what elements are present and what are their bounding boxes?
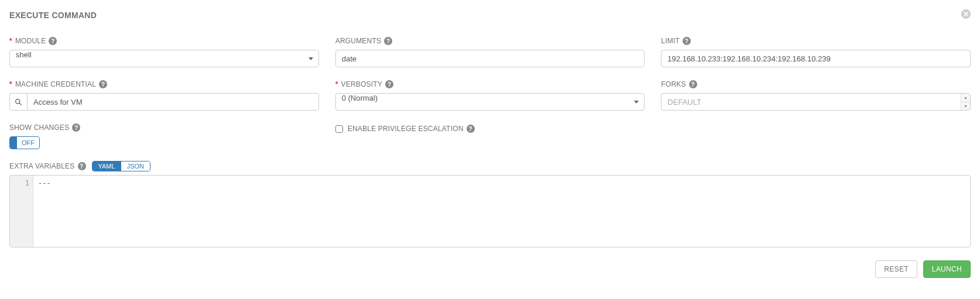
- spinner-up[interactable]: ▲: [961, 94, 970, 102]
- module-label: * MODULE ?: [9, 37, 319, 45]
- module-select[interactable]: shell: [9, 50, 319, 67]
- search-icon: [15, 98, 22, 106]
- help-icon[interactable]: ?: [683, 37, 691, 45]
- format-yaml[interactable]: YAML: [92, 161, 121, 171]
- forks-input[interactable]: [661, 93, 971, 111]
- format-json[interactable]: JSON: [121, 161, 150, 171]
- toggle-label: OFF: [17, 139, 39, 146]
- reset-button[interactable]: RESET: [875, 260, 917, 278]
- show-changes-label: SHOW CHANGES ?: [9, 123, 319, 132]
- privilege-escalation-checkbox[interactable]: [335, 125, 343, 133]
- show-changes-toggle[interactable]: OFF: [9, 136, 40, 149]
- help-icon[interactable]: ?: [99, 80, 107, 88]
- limit-label: LIMIT ?: [661, 37, 971, 45]
- spinner-down[interactable]: ▼: [961, 102, 970, 111]
- extra-variables-label: EXTRA VARIABLES ?: [9, 162, 86, 170]
- forks-label: FORKS ?: [661, 80, 971, 88]
- help-icon[interactable]: ?: [384, 37, 392, 45]
- editor-content[interactable]: ---: [33, 176, 970, 247]
- editor-gutter: 1: [10, 176, 33, 247]
- required-asterisk: *: [9, 37, 12, 45]
- svg-line-2: [19, 103, 21, 105]
- limit-input[interactable]: [661, 50, 971, 67]
- help-icon[interactable]: ?: [689, 80, 697, 88]
- help-icon[interactable]: ?: [385, 80, 393, 88]
- arguments-input[interactable]: [335, 50, 645, 67]
- help-icon[interactable]: ?: [467, 125, 475, 133]
- launch-button[interactable]: LAUNCH: [923, 260, 971, 278]
- privilege-escalation-label: ENABLE PRIVILEGE ESCALATION ?: [348, 125, 475, 133]
- help-icon[interactable]: ?: [78, 162, 86, 170]
- arguments-label: ARGUMENTS ?: [335, 37, 645, 45]
- verbosity-label: * VERBOSITY ?: [335, 80, 645, 88]
- close-icon[interactable]: [961, 9, 971, 20]
- machine-credential-input[interactable]: [27, 93, 319, 111]
- help-icon[interactable]: ?: [49, 37, 57, 45]
- machine-credential-label: * MACHINE CREDENTIAL ?: [9, 80, 319, 88]
- required-asterisk: *: [335, 80, 338, 88]
- help-icon[interactable]: ?: [72, 123, 80, 132]
- verbosity-select[interactable]: 0 (Normal): [335, 93, 645, 111]
- extra-variables-editor[interactable]: 1 ---: [9, 175, 971, 248]
- toggle-handle: [10, 137, 17, 149]
- required-asterisk: *: [9, 80, 12, 88]
- page-title: EXECUTE COMMAND: [9, 11, 97, 20]
- format-toggle[interactable]: YAML JSON: [92, 161, 150, 171]
- lookup-button[interactable]: [9, 93, 27, 111]
